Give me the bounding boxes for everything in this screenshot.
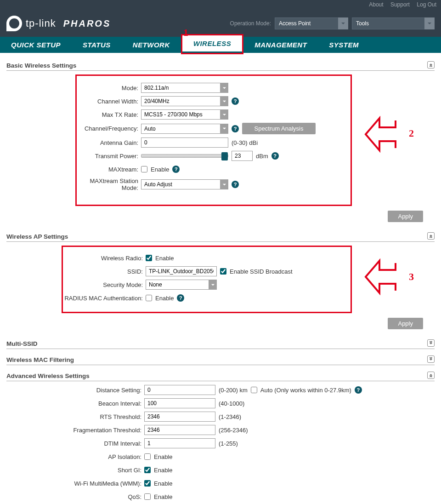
logo-mark-icon <box>6 16 22 31</box>
operation-mode-select[interactable]: Access Point <box>275 17 348 29</box>
antenna-gain-input[interactable] <box>141 137 228 148</box>
transmit-power-slider[interactable] <box>141 154 228 158</box>
rts-threshold-input[interactable] <box>144 412 215 422</box>
short-gi-label: Short GI: <box>6 467 144 474</box>
apply-button-ap[interactable]: Apply <box>388 318 423 329</box>
wireless-radio-checkbox[interactable] <box>146 255 152 261</box>
top-utility-bar: About Support Log Out <box>0 0 441 10</box>
nav-management[interactable]: MANAGEMENT <box>243 37 318 53</box>
radius-mac-auth-label: RADIUS MAC Authentication: <box>63 295 146 302</box>
about-link[interactable]: About <box>369 1 383 8</box>
rts-threshold-label: RTS Threshold: <box>6 413 144 420</box>
wmm-enable-text: Enable <box>154 480 172 487</box>
highlight-box-2: Mode: 802.11a/n Channel Width: 20/40MHz … <box>75 74 352 206</box>
dtim-hint: (1-255) <box>219 440 238 447</box>
distance-setting-label: Distance Setting: <box>6 387 144 394</box>
annotation-arrow-3 <box>363 258 405 295</box>
annotation-2: 2 <box>409 127 414 139</box>
tools-select[interactable]: Tools <box>352 17 435 29</box>
beacon-interval-input[interactable] <box>144 398 215 408</box>
help-icon[interactable]: ? <box>232 181 239 188</box>
nav-quick-setup[interactable]: QUICK SETUP <box>0 37 72 53</box>
nav-wireless[interactable]: WIRELESS <box>182 35 242 52</box>
highlight-box-3: Wireless Radio: Enable SSID: Enable SSID… <box>62 246 352 313</box>
product-name: PHAROS <box>63 18 111 29</box>
nav-system[interactable]: SYSTEM <box>318 37 370 53</box>
dtim-interval-label: DTIM Interval: <box>6 440 144 447</box>
short-gi-enable-text: Enable <box>154 467 172 474</box>
frag-hint: (256-2346) <box>219 427 248 434</box>
channel-width-select[interactable]: 20/40MHz <box>141 96 228 106</box>
wmm-label: Wi-Fi MultiMedia (WMM): <box>6 480 144 487</box>
max-tx-rate-select[interactable]: MCS15 - 270/300 Mbps <box>141 109 228 120</box>
max-tx-rate-label: Max TX Rate: <box>77 111 141 118</box>
operation-mode-label: Operation Mode: <box>230 20 271 27</box>
transmit-power-unit: dBm <box>256 153 268 160</box>
short-gi-checkbox[interactable] <box>144 467 151 473</box>
ssid-input[interactable] <box>146 266 217 276</box>
annotation-3: 3 <box>409 271 414 283</box>
collapse-toggle[interactable] <box>427 61 435 69</box>
apply-button-basic[interactable]: Apply <box>388 211 423 222</box>
maxtream-label: MAXtream: <box>77 166 141 173</box>
fragmentation-threshold-input[interactable] <box>144 425 215 435</box>
section-basic-wireless: Basic Wireless Settings <box>6 62 435 71</box>
section-ap-settings: Wireless AP Settings <box>6 233 435 242</box>
channel-frequency-label: Channel/Frequency: <box>77 125 141 132</box>
expand-toggle[interactable] <box>427 339 435 347</box>
maxtream-station-select[interactable]: Auto Adjust <box>141 179 228 189</box>
brand-logo: tp-link PHAROS <box>6 16 111 31</box>
distance-setting-input[interactable] <box>144 385 215 395</box>
transmit-power-label: Transmit Power: <box>77 153 141 160</box>
spectrum-analysis-button[interactable]: Spectrum Analysis <box>242 123 316 134</box>
annotation-1: 1 <box>183 27 188 39</box>
distance-hint: (0-200) km <box>219 387 248 394</box>
help-icon[interactable]: ? <box>177 294 184 302</box>
ssid-label: SSID: <box>63 268 146 275</box>
wmm-checkbox[interactable] <box>144 480 151 487</box>
beacon-interval-label: Beacon Interval: <box>6 400 144 407</box>
fragmentation-threshold-label: Fragmentation Threshold: <box>6 427 144 434</box>
help-icon[interactable]: ? <box>172 166 180 173</box>
wireless-radio-label: Wireless Radio: <box>63 255 146 262</box>
distance-auto-text: Auto (Only works within 0-27.9km) <box>260 387 351 394</box>
wireless-radio-enable-text: Enable <box>155 255 174 262</box>
security-mode-label: Security Mode: <box>63 281 146 288</box>
qos-enable-text: Enable <box>154 493 172 500</box>
help-icon[interactable]: ? <box>232 97 239 105</box>
expand-toggle[interactable] <box>427 355 435 363</box>
section-multi-ssid: Multi-SSID <box>6 340 435 349</box>
ssid-broadcast-checkbox[interactable] <box>220 268 226 275</box>
maxtream-station-label: MAXtream Station Mode: <box>77 178 141 191</box>
help-icon[interactable]: ? <box>271 152 279 160</box>
mode-select[interactable]: 802.11a/n <box>141 83 228 93</box>
ap-isolation-label: AP Isolation: <box>6 453 144 460</box>
maxtream-checkbox[interactable] <box>141 166 147 172</box>
antenna-gain-label: Antenna Gain: <box>77 139 141 146</box>
annotation-arrow-2 <box>363 116 405 153</box>
section-mac-filtering: Wireless MAC Filtering <box>6 356 435 365</box>
support-link[interactable]: Support <box>390 1 410 8</box>
qos-checkbox[interactable] <box>144 493 151 500</box>
collapse-toggle[interactable] <box>427 372 435 379</box>
radius-mac-auth-checkbox[interactable] <box>146 295 152 301</box>
brand-name: tp-link <box>26 17 56 29</box>
main-nav: QUICK SETUP STATUS NETWORK WIRELESS MANA… <box>0 37 441 53</box>
channel-frequency-select[interactable]: Auto <box>141 124 228 134</box>
help-icon[interactable]: ? <box>355 386 362 394</box>
collapse-toggle[interactable] <box>427 232 435 240</box>
dtim-interval-input[interactable] <box>144 438 215 448</box>
ssid-broadcast-text: Enable SSID Broadcast <box>230 268 293 275</box>
slider-thumb[interactable] <box>221 152 228 160</box>
nav-network[interactable]: NETWORK <box>122 37 181 53</box>
help-icon[interactable]: ? <box>232 125 239 132</box>
security-mode-select[interactable]: None <box>146 280 217 290</box>
antenna-gain-hint: (0-30) dBi <box>232 139 258 146</box>
logout-link[interactable]: Log Out <box>417 1 436 8</box>
section-advanced: Advanced Wireless Settings <box>6 372 435 381</box>
distance-auto-checkbox[interactable] <box>251 387 257 393</box>
transmit-power-input[interactable] <box>232 151 253 161</box>
ap-isolation-checkbox[interactable] <box>144 453 151 460</box>
nav-status[interactable]: STATUS <box>72 37 122 53</box>
radius-mac-auth-enable-text: Enable <box>155 295 174 302</box>
